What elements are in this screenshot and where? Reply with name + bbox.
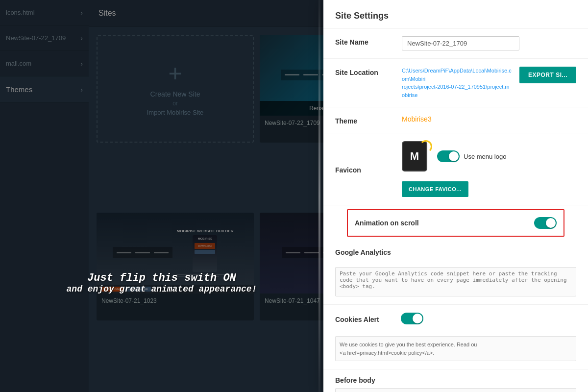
site-name-input[interactable] xyxy=(402,36,519,50)
favicon-row: Favicon M Use menu logo CHANGE FAVICO... xyxy=(323,133,588,205)
favicon-label: Favicon xyxy=(335,164,394,174)
favicon-spinner xyxy=(419,140,432,153)
site-location-row: Site Location C:\Users\DreamPiF\AppData\… xyxy=(323,59,588,107)
use-menu-logo-label: Use menu logo xyxy=(464,153,506,160)
theme-value: Mobirise3 xyxy=(402,115,576,123)
site-location-label: Site Location xyxy=(335,67,394,76)
favicon-value: M Use menu logo CHANGE FAVICO... xyxy=(402,141,576,197)
animation-toggle-thumb xyxy=(546,218,556,228)
use-menu-logo-switch[interactable] xyxy=(437,150,460,162)
cookies-alert-switch[interactable] xyxy=(401,313,423,324)
settings-panel: Site Settings Site Name Site Location C:… xyxy=(323,0,588,392)
theme-row: Theme Mobirise3 xyxy=(323,107,588,133)
site-name-label: Site Name xyxy=(335,36,394,46)
change-favicon-button[interactable]: CHANGE FAVICO... xyxy=(402,181,468,197)
before-body-label: Before body xyxy=(335,376,576,384)
before-body-row: Before body xyxy=(323,369,588,392)
favicon-phone-preview: M xyxy=(402,141,427,172)
highlight-line xyxy=(318,0,320,392)
site-name-row: Site Name xyxy=(323,28,588,59)
site-name-value xyxy=(402,36,576,50)
cookies-alert-header: Cookies Alert xyxy=(335,313,576,324)
google-analytics-label: Google Analytics xyxy=(335,246,394,256)
animation-toggle-switch[interactable] xyxy=(534,217,557,229)
google-analytics-row: Google Analytics xyxy=(323,239,588,305)
settings-title: Site Settings xyxy=(323,0,588,28)
theme-label: Theme xyxy=(335,115,394,125)
favicon-area: M Use menu logo CHANGE FAVICO... xyxy=(402,141,576,197)
cookies-text-preview: We use cookies to give you the best expe… xyxy=(335,336,576,361)
cookies-toggle-thumb xyxy=(413,314,422,323)
export-site-button[interactable]: EXPORT SI... xyxy=(519,67,576,83)
site-location-text: C:\Users\DreamPiF\AppData\Local\Mobirise… xyxy=(402,67,512,99)
animation-section: Animation on scroll xyxy=(323,205,588,237)
animation-on-scroll-row: Animation on scroll xyxy=(347,209,564,237)
cookies-alert-row: Cookies Alert We use cookies to give you… xyxy=(323,305,588,369)
before-body-input[interactable] xyxy=(335,388,576,392)
animation-label: Animation on scroll xyxy=(355,217,526,227)
site-location-value: C:\Users\DreamPiF\AppData\Local\Mobirise… xyxy=(402,67,512,99)
theme-name: Mobirise3 xyxy=(402,115,432,123)
toggle-thumb xyxy=(449,151,459,161)
google-analytics-input[interactable] xyxy=(335,267,576,296)
use-menu-logo-toggle[interactable]: Use menu logo xyxy=(437,150,506,162)
cookies-alert-label: Cookies Alert xyxy=(335,314,394,323)
